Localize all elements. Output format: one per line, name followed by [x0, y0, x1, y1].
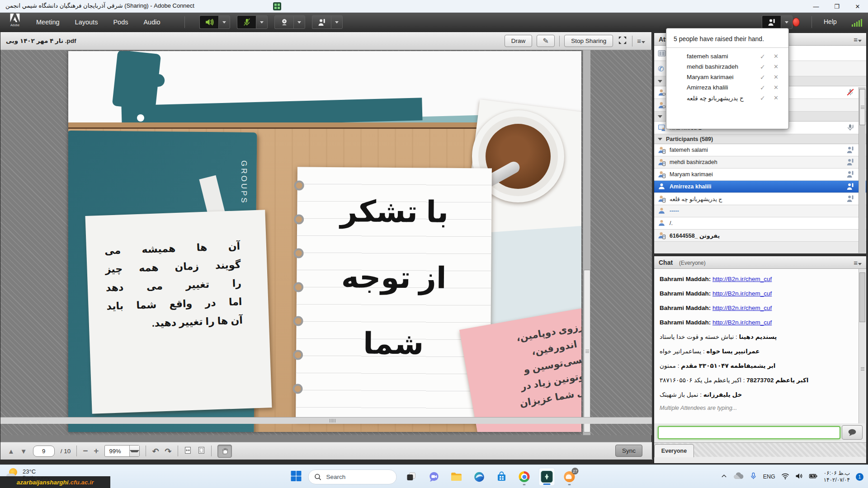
zoom-out-button[interactable]: − [83, 446, 88, 456]
chat-link[interactable]: http://B2n.ir/chem_cuf [712, 305, 772, 311]
collapse-arrow-icon[interactable] [658, 138, 662, 141]
menu-pods[interactable]: Pods [113, 19, 128, 26]
vertical-scrollbar[interactable] [583, 50, 590, 435]
connection-signal-icon[interactable] [852, 19, 862, 27]
fullscreen-icon[interactable] [618, 36, 627, 47]
zoom-in-button[interactable]: + [94, 446, 99, 456]
tray-chevron-icon[interactable] [721, 473, 727, 481]
webcam-button[interactable] [274, 15, 293, 29]
zoom-dropdown-icon[interactable] [129, 446, 139, 456]
sync-button[interactable]: Sync [615, 445, 642, 457]
undo-button[interactable]: ↶ [152, 446, 159, 456]
help-menu[interactable]: Help [824, 18, 837, 25]
language-indicator[interactable]: ENG [763, 474, 775, 480]
taskbar-search-input[interactable]: Search [308, 469, 397, 484]
close-button[interactable]: ✕ [847, 0, 868, 13]
dismiss-hand-icon[interactable]: ✕ [774, 63, 778, 70]
approve-hand-icon[interactable]: ✓ [760, 53, 765, 60]
approve-hand-icon[interactable]: ✓ [760, 94, 765, 102]
chrome-icon[interactable] [516, 468, 533, 486]
chat-scrollbar[interactable] [859, 269, 866, 423]
maximize-button[interactable]: ❐ [826, 0, 847, 13]
share-stage: GROUPS آن ها همیشه میگویند زمان همه چیزر… [0, 50, 652, 435]
raised-hand-icon [846, 194, 855, 203]
attendees-scrollbar[interactable] [859, 87, 866, 253]
participant-row[interactable]: Maryam karimaei [654, 169, 866, 181]
collapse-arrow-icon[interactable] [658, 80, 662, 83]
participant-row[interactable]: mehdi bashirzadeh [654, 156, 866, 169]
chat-link[interactable]: http://B2n.ir/chem_cuf [712, 290, 772, 297]
raise-hand-status-button[interactable] [312, 15, 331, 29]
microsoft-store-icon[interactable] [494, 468, 510, 486]
pod-menu-icon[interactable]: ≡ [854, 259, 862, 267]
pan-tool-button[interactable] [217, 445, 232, 458]
raised-hands-dropdown[interactable] [781, 15, 793, 29]
attendees-scrollbar-thumb[interactable] [859, 89, 865, 125]
teams-chat-icon[interactable] [426, 468, 442, 486]
chat-input[interactable] [658, 426, 840, 439]
horizontal-scrollbar[interactable] [0, 417, 652, 424]
task-view-icon[interactable] [403, 468, 420, 486]
phone-icon[interactable]: ✆ [658, 65, 666, 73]
pod-menu-icon[interactable]: ≡ [854, 36, 862, 43]
approve-hand-icon[interactable]: ✓ [760, 74, 765, 81]
raised-hands-indicator-button[interactable] [762, 15, 781, 29]
participant-row[interactable]: ----- [654, 205, 866, 217]
battery-icon[interactable] [809, 473, 818, 481]
calendar-app-icon[interactable]: 27 [561, 468, 578, 486]
minimize-button[interactable]: — [806, 0, 826, 13]
redo-button[interactable]: ↷ [165, 446, 172, 456]
volume-icon[interactable] [795, 473, 803, 481]
draw-button[interactable]: Draw [505, 35, 533, 47]
stop-sharing-button[interactable]: Stop Sharing [564, 35, 613, 47]
onedrive-icon[interactable] [733, 472, 744, 481]
send-message-button[interactable] [842, 425, 863, 440]
wifi-icon[interactable] [781, 473, 789, 481]
approve-hand-icon[interactable]: ✓ [760, 84, 765, 91]
vertical-scrollbar-thumb[interactable] [584, 270, 590, 432]
menu-meeting[interactable]: Meeting [36, 19, 60, 26]
raised-hand-icon [768, 18, 776, 26]
microphone-dropdown[interactable] [256, 15, 268, 29]
pod-menu-icon[interactable]: ≡ [637, 37, 645, 45]
next-page-button[interactable]: ▼ [20, 447, 27, 455]
chat-link[interactable]: http://B2n.ir/chem_cuf [712, 276, 772, 282]
participant-row[interactable]: 61644558_ یفروتن [654, 230, 866, 242]
status-dropdown[interactable] [331, 15, 343, 29]
collapse-arrow-icon[interactable] [658, 115, 662, 118]
menu-audio[interactable]: Audio [143, 19, 160, 26]
start-button[interactable] [291, 470, 302, 483]
page-number-input[interactable]: 9 [33, 446, 55, 457]
notification-count-badge[interactable]: 1 [856, 473, 863, 481]
fit-width-button[interactable] [184, 446, 192, 456]
zoom-level-select[interactable]: 99% [104, 445, 140, 457]
previous-page-button[interactable]: ▲ [8, 447, 14, 455]
chat-link[interactable]: http://B2n.ir/chem_cuf [712, 319, 772, 326]
edge-icon[interactable] [471, 468, 487, 486]
pen-tool-button[interactable]: ✎ [537, 35, 555, 47]
tray-microphone-icon[interactable] [750, 472, 757, 482]
file-explorer-icon[interactable] [448, 468, 465, 486]
dismiss-hand-icon[interactable]: ✕ [774, 94, 778, 101]
webcam-dropdown[interactable] [293, 15, 305, 29]
chat-tab-everyone[interactable]: Everyone [654, 444, 694, 457]
participant-row[interactable]: Amirreza khalili [654, 181, 866, 193]
chat-scrollbar-thumb[interactable] [859, 272, 865, 322]
dashboard-icon[interactable] [658, 49, 666, 57]
speaker-dropdown[interactable] [218, 15, 230, 29]
dismiss-hand-icon[interactable]: ✕ [774, 74, 778, 80]
dismiss-hand-icon[interactable]: ✕ [774, 84, 778, 91]
speaker-button[interactable] [199, 15, 218, 29]
dismiss-hand-icon[interactable]: ✕ [774, 53, 778, 60]
participant-row[interactable]: fatemeh salami [654, 144, 866, 156]
horizontal-scrollbar-grip[interactable] [330, 419, 336, 422]
tray-clock[interactable]: ۰۶:۰۶ ب.ظ ۱۴۰۲/۰۷/۰۴ [824, 470, 850, 483]
participant-row[interactable]: /. [654, 217, 866, 230]
microphone-muted-button[interactable] [237, 15, 256, 29]
menu-layouts[interactable]: Layouts [75, 19, 98, 26]
approve-hand-icon[interactable]: ✓ [760, 63, 765, 70]
adobe-connect-taskbar-icon[interactable] [539, 468, 555, 486]
fit-page-button[interactable] [198, 446, 205, 456]
participant-row[interactable]: قلعه چه یدریشهربانو ح [654, 193, 866, 205]
section-participants[interactable]: Participants (589) [654, 134, 866, 144]
